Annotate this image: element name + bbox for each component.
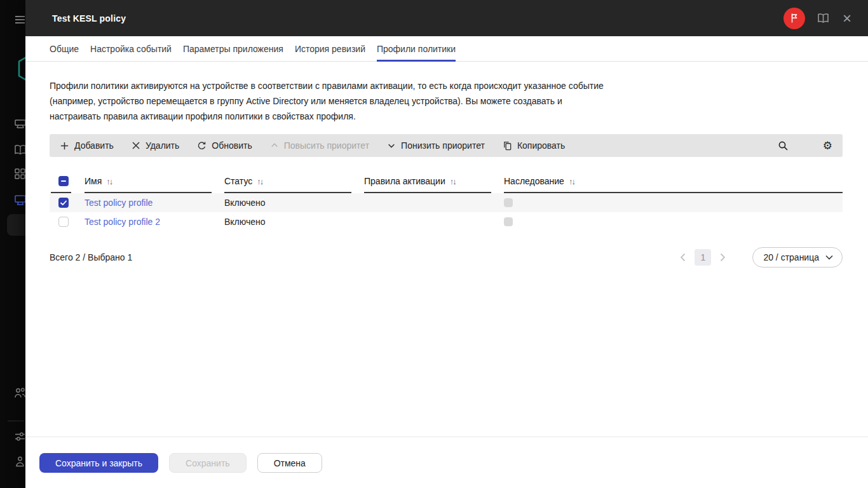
close-icon[interactable]: × xyxy=(841,11,853,26)
tab-revision-history[interactable]: История ревизий xyxy=(295,36,365,61)
sort-icon: ↑↓ xyxy=(569,177,574,186)
policy-properties-window: Test KESL policy × Общие Настройка событ… xyxy=(25,0,868,488)
monitor-icon[interactable] xyxy=(14,194,25,206)
page-number[interactable]: 1 xyxy=(695,249,711,266)
devices-icon[interactable] xyxy=(14,118,25,130)
select-all-cell xyxy=(50,169,85,193)
selection-summary: Всего 2 / Выбрано 1 xyxy=(50,252,132,262)
inheritance-checkbox-disabled xyxy=(504,198,513,207)
refresh-button[interactable]: Обновить xyxy=(197,140,252,151)
column-header-name[interactable]: Имя ↑↓ xyxy=(85,169,224,193)
profile-name-link[interactable]: Test policy profile 2 xyxy=(85,217,224,227)
profile-status: Включено xyxy=(224,198,364,208)
raise-priority-button: Повысить приоритет xyxy=(270,140,369,151)
users-icon[interactable] xyxy=(14,387,25,399)
select-all-checkbox[interactable] xyxy=(58,176,69,186)
reports-icon[interactable] xyxy=(14,144,25,155)
plus-icon xyxy=(60,141,69,151)
table-row: Test policy profile Включено xyxy=(50,193,843,212)
tab-general[interactable]: Общие xyxy=(50,36,79,61)
column-header-status[interactable]: Статус ↑↓ xyxy=(224,169,364,193)
kaspersky-logo xyxy=(17,53,25,84)
tab-bar: Общие Настройка событий Параметры прилож… xyxy=(25,36,868,62)
apps-grid-icon[interactable] xyxy=(14,168,25,180)
save-and-close-button[interactable]: Сохранить и закрыть xyxy=(39,453,158,473)
chevron-down-icon xyxy=(387,141,396,150)
policy-profiles-description: Профили политики активируются на устройс… xyxy=(50,78,604,124)
sliders-icon[interactable] xyxy=(14,431,25,442)
tab-event-configuration[interactable]: Настройка событий xyxy=(90,36,172,61)
sort-icon: ↑↓ xyxy=(450,177,456,186)
add-button[interactable]: Добавить xyxy=(60,140,114,151)
row-checkbox[interactable] xyxy=(58,217,69,227)
account-icon[interactable] xyxy=(14,456,25,468)
refresh-icon xyxy=(197,141,207,151)
page-size-select[interactable]: 20 / страница xyxy=(752,247,843,268)
sort-icon: ↑↓ xyxy=(257,177,262,186)
tab-content: Профили политики активируются на устройс… xyxy=(25,62,868,437)
save-button: Сохранить xyxy=(169,453,247,473)
column-header-inheritance[interactable]: Наследование ↑↓ xyxy=(504,169,843,193)
next-page-icon[interactable] xyxy=(717,250,728,264)
table-header: Имя ↑↓ Статус ↑↓ Правила активации ↑↓ На… xyxy=(50,169,843,193)
table-toolbar: Добавить Удалить Обновить xyxy=(50,134,843,157)
sidebar-active-item[interactable] xyxy=(7,214,25,236)
sidebar-divider xyxy=(8,421,24,421)
chevron-down-icon xyxy=(825,255,833,260)
copy-icon xyxy=(503,141,512,151)
help-book-icon[interactable] xyxy=(817,13,829,24)
delete-button[interactable]: Удалить xyxy=(132,140,179,151)
column-header-activation-rules[interactable]: Правила активации ↑↓ xyxy=(364,169,504,193)
window-title: Test KESL policy xyxy=(52,13,126,24)
gear-icon[interactable]: ⚙ xyxy=(823,140,832,151)
flag-icon[interactable] xyxy=(783,8,805,29)
chevron-up-icon xyxy=(270,141,279,150)
table-row: Test policy profile 2 Включено xyxy=(50,212,843,231)
lower-priority-button[interactable]: Понизить приоритет xyxy=(387,140,485,151)
menu-icon[interactable] xyxy=(15,16,25,25)
copy-button[interactable]: Копировать xyxy=(503,140,565,151)
row-checkbox[interactable] xyxy=(58,198,69,208)
profile-name-link[interactable]: Test policy profile xyxy=(85,198,224,208)
cancel-button[interactable]: Отмена xyxy=(257,453,322,473)
search-icon[interactable] xyxy=(778,140,789,151)
app-sidebar xyxy=(0,0,25,488)
tab-application-settings[interactable]: Параметры приложения xyxy=(183,36,283,61)
table-footer: Всего 2 / Выбрано 1 1 20 / страница xyxy=(50,247,843,268)
x-icon xyxy=(132,141,140,150)
previous-page-icon[interactable] xyxy=(677,250,688,264)
tab-policy-profiles[interactable]: Профили политики xyxy=(377,36,456,61)
sort-icon: ↑↓ xyxy=(106,177,112,186)
inheritance-checkbox-disabled xyxy=(504,217,513,226)
dialog-actions: Сохранить и закрыть Сохранить Отмена xyxy=(25,437,868,488)
window-titlebar: Test KESL policy × xyxy=(25,0,868,36)
profile-status: Включено xyxy=(224,217,364,227)
